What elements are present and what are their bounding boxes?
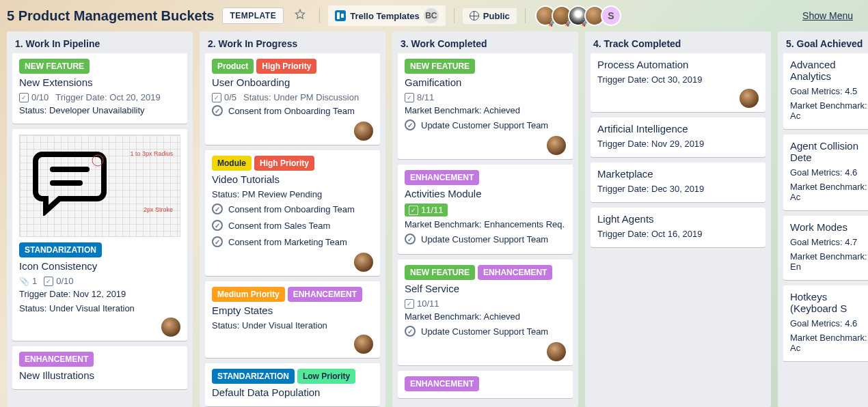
star-icon[interactable] [289, 5, 311, 27]
avatar[interactable]: S [601, 5, 621, 26]
card[interactable]: Process AutomationTrigger Date: Oct 30, … [591, 53, 765, 112]
card[interactable]: 1 to 3px Radius 2px StrokeSTANDARIZATION… [12, 129, 187, 341]
card-badges: 11/11 [405, 204, 566, 216]
board-header: 5 Product Management Buckets TEMPLATE Tr… [0, 0, 868, 31]
workspace-button[interactable]: Trello Templates BC [328, 5, 446, 26]
card[interactable]: MarketplaceTrigger Date: Dec 30, 2019 [591, 163, 765, 202]
card[interactable]: ProductHigh PriorityUser Onboarding0/5St… [205, 53, 380, 145]
card[interactable]: NEW FEATUREENHANCEMENTSelf Service10/11M… [398, 259, 573, 365]
list[interactable]: 4. Track CompletedProcess AutomationTrig… [585, 31, 771, 407]
checklist-badge: 0/10 [44, 276, 73, 286]
card-title: Advanced Analytics [790, 59, 868, 82]
label[interactable]: STANDARIZATION [212, 369, 295, 384]
card-labels: ModuleHigh Priority [212, 156, 373, 171]
checklist-badge: 0/5 [212, 92, 236, 102]
checklist-item: Consent from Sales Team [212, 220, 373, 231]
board-canvas[interactable]: 1. Work In PipelineNEW FEATURENew Extens… [0, 31, 868, 407]
list[interactable]: 3. Work CompletedNEW FEATUREGamification… [392, 31, 578, 407]
check-circle-icon [212, 204, 223, 214]
label[interactable]: Module [212, 156, 252, 171]
card-title: Hotkeys (Keyboard S [790, 291, 868, 314]
label[interactable]: ENHANCEMENT [478, 265, 552, 280]
card[interactable]: ENHANCEMENTNew Illustrations [12, 346, 187, 389]
card-labels: ENHANCEMENT [405, 376, 566, 391]
card-member-avatar[interactable] [354, 122, 373, 141]
card-title: Agent Collision Dete [790, 140, 868, 163]
divider [319, 8, 320, 23]
card[interactable]: ENHANCEMENTActivities Module11/11Market … [398, 165, 573, 254]
list[interactable]: 1. Work In PipelineNEW FEATURENew Extens… [7, 31, 193, 407]
card[interactable]: ModuleHigh PriorityVideo TutorialsStatus… [205, 150, 380, 276]
card[interactable]: NEW FEATUREGamification8/11Market Benchm… [398, 53, 573, 159]
card[interactable]: STANDARIZATIONLow PriorityDefault Data P… [205, 363, 380, 406]
visibility-button[interactable]: Public [463, 8, 517, 24]
card-title: Light Agents [597, 213, 759, 225]
card-labels: Medium PriorityENHANCEMENT [212, 287, 373, 302]
label[interactable]: Product [212, 59, 254, 74]
list[interactable]: 5. Goal AchievedAdvanced AnalyticsGoal M… [778, 31, 868, 407]
label[interactable]: ENHANCEMENT [19, 352, 94, 367]
card-field: Status: Developer Unavailability [19, 105, 180, 115]
label[interactable]: NEW FEATURE [405, 265, 475, 280]
card-title: Process Automation [597, 59, 759, 70]
attachment-icon [19, 276, 29, 286]
card-member-avatar[interactable] [740, 89, 759, 108]
card-title: Marketplace [597, 168, 759, 180]
template-badge[interactable]: TEMPLATE [222, 8, 284, 24]
list-cards: Process AutomationTrigger Date: Oct 30, … [585, 53, 771, 407]
card-labels: ENHANCEMENT [19, 352, 180, 367]
card[interactable]: Agent Collision DeteGoal Metrics: 4.6Mar… [783, 135, 868, 210]
card[interactable]: ENHANCEMENT [398, 371, 573, 398]
card[interactable]: Work ModesGoal Metrics: 4.7Market Benchm… [783, 216, 868, 280]
card[interactable]: Hotkeys (Keyboard SGoal Metrics: 4.6Mark… [783, 285, 868, 361]
label[interactable]: NEW FEATURE [405, 59, 475, 74]
card-title: New Illustrations [19, 369, 180, 381]
card-field: Status: PM Review Pending [212, 189, 373, 199]
check-circle-icon [405, 234, 416, 244]
card-member-avatar[interactable] [547, 136, 566, 155]
label[interactable]: Medium Priority [212, 287, 285, 302]
checklist-item: Consent from Marketing Team [212, 236, 373, 247]
member-avatars[interactable]: 🚀 🚀 🚀 S [539, 5, 621, 26]
card-field: Market Benchmark: En [790, 251, 868, 272]
show-menu-button[interactable]: Show Menu [802, 10, 861, 21]
card[interactable]: NEW FEATURENew Extensions0/10Trigger Dat… [12, 53, 187, 124]
card-field: Goal Metrics: 4.6 [790, 167, 868, 178]
list-title[interactable]: 5. Goal Achieved [778, 31, 868, 53]
card-member-avatar[interactable] [354, 253, 373, 272]
checklist-icon [409, 206, 418, 215]
card-field: Market Benchmark: Ac [790, 333, 868, 353]
label[interactable]: ENHANCEMENT [405, 170, 479, 185]
card-labels: STANDARIZATION [19, 242, 180, 257]
card[interactable]: Advanced AnalyticsGoal Metrics: 4.5Marke… [783, 53, 868, 129]
card-field: Trigger Date: Oct 30, 2019 [597, 74, 759, 85]
checklist-item: Update Customer Support Team [405, 120, 566, 130]
card-badges: 10/11 [405, 298, 566, 309]
card[interactable]: Medium PriorityENHANCEMENTEmpty StatesSt… [205, 281, 380, 358]
card[interactable]: Light AgentsTrigger Date: Oct 16, 2019 [591, 208, 765, 247]
card-member-avatar[interactable] [354, 335, 373, 354]
label[interactable]: High Priority [256, 59, 316, 74]
card-member-avatar[interactable] [161, 318, 180, 337]
card-title: New Extensions [19, 76, 180, 88]
board-title[interactable]: 5 Product Management Buckets [7, 8, 214, 24]
card-labels: ProductHigh Priority [212, 59, 373, 74]
label[interactable]: NEW FEATURE [19, 59, 90, 74]
list[interactable]: 2. Work In ProgressProductHigh PriorityU… [200, 31, 385, 407]
card-field: Goal Metrics: 4.7 [790, 237, 868, 247]
label[interactable]: ENHANCEMENT [288, 287, 362, 302]
card[interactable]: Artificial IntelligenceTrigger Date: Nov… [591, 117, 765, 157]
workspace-name: Trello Templates [350, 11, 420, 21]
list-title[interactable]: 1. Work In Pipeline [7, 31, 193, 53]
label[interactable]: STANDARIZATION [19, 242, 102, 257]
label[interactable]: High Priority [254, 156, 314, 171]
visibility-label: Public [483, 11, 510, 21]
list-title[interactable]: 4. Track Completed [585, 31, 771, 53]
label[interactable]: Low Priority [297, 369, 355, 384]
label[interactable]: ENHANCEMENT [405, 376, 479, 391]
list-title[interactable]: 3. Work Completed [392, 31, 578, 53]
checklist-icon [212, 93, 221, 102]
workspace-initials-badge: BC [424, 8, 439, 23]
card-member-avatar[interactable] [547, 342, 566, 361]
list-title[interactable]: 2. Work In Progress [200, 31, 385, 53]
